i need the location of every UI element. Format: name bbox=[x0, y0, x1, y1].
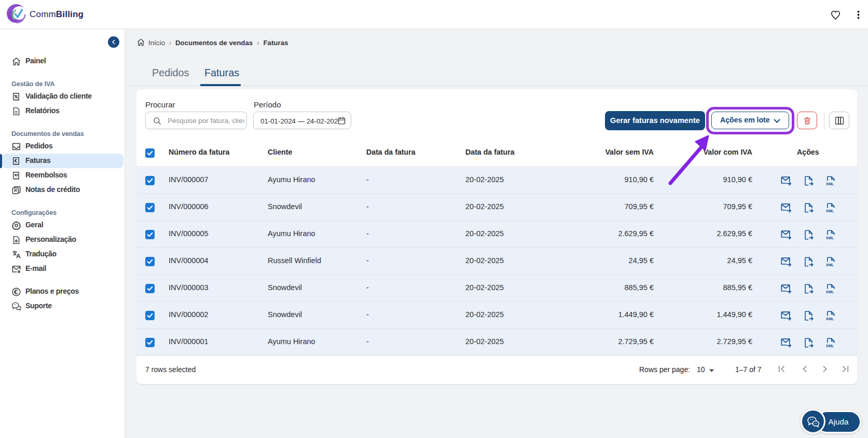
svg-text:XML: XML bbox=[826, 236, 834, 240]
svg-text:XML: XML bbox=[826, 209, 834, 213]
svg-text:XML: XML bbox=[826, 290, 834, 294]
svg-text:XML: XML bbox=[826, 317, 834, 321]
svg-text:XML: XML bbox=[826, 182, 834, 186]
svg-text:XML: XML bbox=[826, 263, 834, 267]
svg-text:XML: XML bbox=[826, 344, 834, 348]
